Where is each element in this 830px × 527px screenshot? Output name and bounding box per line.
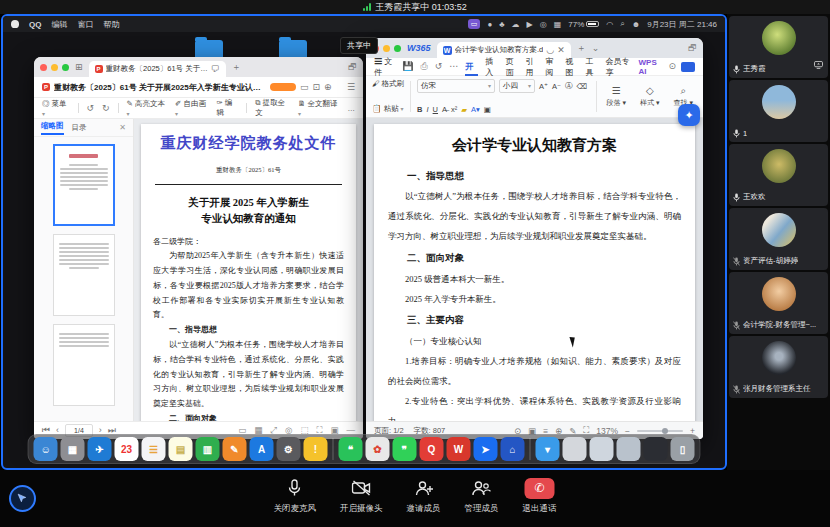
dock-app-store[interactable]: A (250, 437, 274, 461)
menubar-clock[interactable]: 9月23日 周二 21:46 (647, 19, 717, 30)
free-draw-button[interactable]: ✐ 自由画 ▾ (175, 99, 208, 118)
dock-qq[interactable]: Q (420, 437, 444, 461)
wps365-logo[interactable]: W365 (407, 43, 431, 53)
translate-button[interactable]: 🗎 全文翻译 ▾ (298, 99, 340, 118)
ribbon-tab-review[interactable]: 审阅 (545, 56, 558, 78)
dock-downloads-folder[interactable]: ▾ (536, 437, 560, 461)
share-button[interactable] (681, 62, 695, 72)
thumbnail-page-1[interactable] (53, 144, 115, 226)
font-color-button[interactable]: A▾ (471, 105, 480, 114)
tab-list-icon[interactable]: ⌄ (592, 44, 600, 53)
floating-pointer-button[interactable] (9, 485, 36, 512)
ribbon-tab-view[interactable]: 视图 (565, 56, 578, 78)
style-button[interactable]: ◇样式 ▾ (636, 79, 663, 114)
participant-tile[interactable]: 资产评估-胡婷婷 (729, 208, 828, 270)
clear-format-icon[interactable]: ⌫ (577, 82, 588, 91)
sidebar-tab-outline[interactable]: 目录 (72, 123, 87, 133)
ribbon-tab-tools[interactable]: 工具 (585, 56, 598, 78)
dock-calendar[interactable]: 23 (115, 437, 139, 461)
italic-button[interactable]: I (427, 105, 429, 114)
extract-text-button[interactable]: ⧉ 提取全文 (255, 98, 290, 118)
undo-button[interactable]: ↺ (87, 104, 95, 113)
thumbnail-page-2[interactable] (53, 234, 115, 316)
highlight-color-button[interactable]: ▰ (461, 105, 467, 114)
participant-tile[interactable]: 王秀霞 (729, 16, 828, 78)
menubar-item-help[interactable]: 帮助 (103, 19, 119, 30)
wifi-icon[interactable]: ◠ (606, 20, 613, 29)
strikethrough-button[interactable]: A̶ (442, 105, 447, 114)
decrease-font-icon[interactable]: A⁻ (552, 82, 561, 91)
pdf-document-tab[interactable]: P 重财教务〔2025〕61号 关于… 🗩 (89, 61, 226, 77)
dock-window-thumb-2[interactable] (590, 437, 614, 461)
dock-messages[interactable]: ❞ (393, 437, 417, 461)
edit-button[interactable]: ✑ 编辑 (216, 98, 238, 118)
pdf-page-view[interactable]: 重庆财经学院教务处文件 重财教务〔2025〕61号 关于开展 2025 年入学新… (134, 119, 363, 421)
change-case-icon[interactable]: Ⓐ (565, 81, 573, 91)
more-tools-button[interactable]: … (348, 104, 356, 113)
dock-wechat[interactable]: ❝ (339, 437, 363, 461)
window-copy-icon[interactable]: 🗗 (688, 44, 697, 53)
close-sidebar-icon[interactable]: ✕ (119, 123, 126, 132)
wps-document-area[interactable]: 会计学专业认知教育方案 一、指导思想 以“立德树人”为根本任务，围绕学校人才培养… (366, 118, 703, 421)
ribbon-tab-insert[interactable]: 插入 (485, 56, 498, 78)
hamburger-menu-icon[interactable]: ☰ (347, 83, 355, 92)
dock-wps-365[interactable]: ✿ (366, 437, 390, 461)
mute-mic-button[interactable]: 关闭麦克风 (274, 477, 317, 515)
dock-tips[interactable]: ! (304, 437, 328, 461)
new-tab-button[interactable]: ＋ (232, 63, 241, 72)
bold-button[interactable]: B (417, 105, 422, 114)
sidebar-tab-thumbnails[interactable]: 缩略图 (41, 121, 64, 135)
superscript-button[interactable]: x² (451, 105, 457, 114)
dock-notes[interactable]: ▤ (169, 437, 193, 461)
menubar-item-edit[interactable]: 编辑 (51, 19, 67, 30)
paragraph-button[interactable]: ☰段落 ▾ (603, 79, 630, 114)
dock-trash[interactable]: ▯ (671, 437, 695, 461)
user-switcher-icon[interactable]: ☻ (632, 20, 640, 29)
dock-safari[interactable]: ✈ (88, 437, 112, 461)
leave-call-button[interactable]: ✆ 退出通话 (523, 477, 557, 515)
participant-tile[interactable]: 王欢欢 (729, 144, 828, 206)
apple-logo-icon[interactable] (11, 20, 19, 28)
paste-button[interactable]: 📋 粘贴 ▾ (372, 104, 404, 114)
participant-tile[interactable]: 1 (729, 80, 828, 142)
zoom-slider[interactable] (637, 430, 683, 432)
redo-button[interactable]: ↻ (102, 104, 110, 113)
thumbnail-page-3[interactable] (53, 324, 115, 406)
promo-badge[interactable] (270, 83, 296, 91)
menubar-item-window[interactable]: 窗口 (77, 19, 93, 30)
dock-numbers[interactable]: ▥ (196, 437, 220, 461)
dock-window-thumb-4[interactable] (644, 437, 668, 461)
format-painter-button[interactable]: 🖌 格式刷 (372, 79, 404, 89)
window-icon[interactable]: ⊡ (313, 83, 321, 92)
ribbon-tab-reference[interactable]: 引用 (525, 56, 538, 78)
menu-button[interactable]: ◎ 菜单 ▾ (42, 99, 70, 118)
vpn-icon[interactable]: ♣ (499, 20, 504, 29)
ribbon-tab-member[interactable]: 会员专享 (605, 56, 631, 78)
font-size-select[interactable]: 小四▾ (499, 79, 535, 93)
wps-ai-floating-button[interactable]: ✦ (678, 104, 700, 126)
more-icon[interactable]: ⋯ (449, 62, 458, 71)
wps-ai-button[interactable]: WPS AI (639, 58, 662, 76)
search-icon[interactable]: ⌕ (620, 19, 624, 29)
ribbon-tab-home[interactable]: 开始 (465, 58, 478, 76)
traffic-lights[interactable] (40, 64, 69, 71)
participant-tile[interactable]: 张月财务管理系主任 (729, 336, 828, 398)
settings-icon[interactable]: ⊙ (668, 62, 676, 71)
record-icon[interactable]: ◎ (540, 20, 547, 29)
dock-tencent-meeting[interactable]: ➤ (474, 437, 498, 461)
screen-recording-icon[interactable]: ▭ (468, 19, 481, 29)
mic-status-icon[interactable]: ● (487, 20, 492, 29)
dock-reminders[interactable]: ☰ (142, 437, 166, 461)
file-menu[interactable]: ☰ 文件 (374, 56, 395, 78)
manage-members-button[interactable]: 管理成员 (465, 477, 499, 515)
close-tab-icon[interactable]: ✕ (557, 46, 565, 55)
comment-icon[interactable]: 🗩 (211, 65, 220, 74)
dock-wps-office[interactable]: W (447, 437, 471, 461)
underline-button[interactable]: U (433, 105, 438, 114)
invite-member-button[interactable]: 邀请成员 (407, 477, 441, 515)
dock-window-thumb-1[interactable] (563, 437, 587, 461)
dock-window-thumb-3[interactable] (617, 437, 641, 461)
print-icon[interactable]: ⎙ (421, 62, 428, 71)
char-border-icon[interactable]: ▣ (484, 105, 491, 114)
increase-font-icon[interactable]: A⁺ (539, 82, 548, 91)
